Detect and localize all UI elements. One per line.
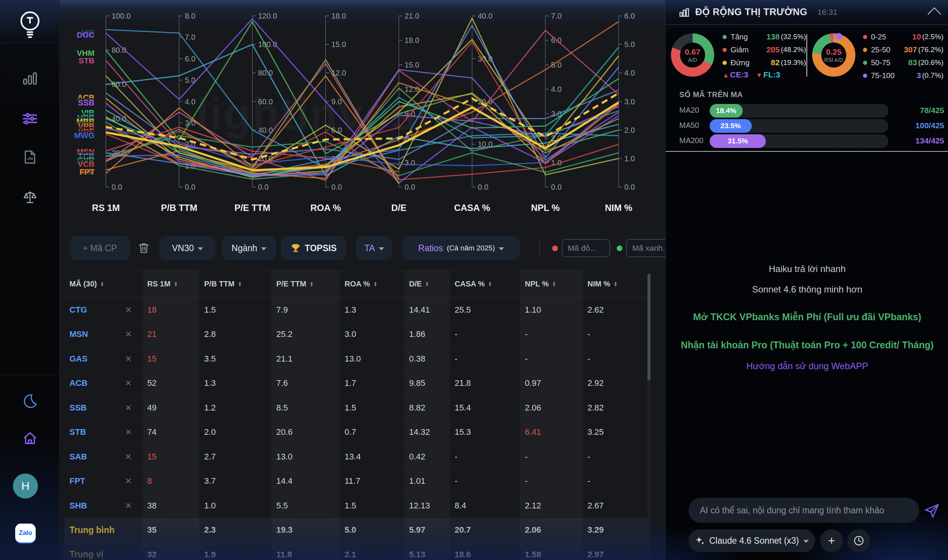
- sort-arrows-icon[interactable]: ▲▼: [552, 282, 556, 286]
- sort-arrows-icon[interactable]: ▲▼: [310, 282, 313, 286]
- send-button[interactable]: [922, 501, 941, 520]
- value-cell: 2.82: [583, 396, 647, 420]
- ratios-dropdown[interactable]: Ratios (Cả năm 2025): [402, 236, 520, 260]
- svg-text:2.0: 2.0: [624, 126, 635, 134]
- summary-row: Trung bình352.319.35.05.9720.72.063.29: [65, 518, 647, 543]
- svg-text:P/B TTM: P/B TTM: [161, 203, 197, 213]
- value-cell: 1.5: [340, 396, 404, 420]
- table-row[interactable]: GAS✕153.521.113.00.38---: [65, 347, 647, 371]
- table-row[interactable]: SAB✕152.713.013.40.42---: [65, 445, 647, 469]
- model-selector[interactable]: Claude 4.6 Sonnet (x3): [688, 529, 815, 552]
- value-cell: 6.41: [520, 420, 583, 445]
- chat-suggestion[interactable]: Hướng dẫn sử dụng WebAPP: [746, 359, 868, 373]
- value-cell: 49: [142, 396, 199, 420]
- column-header[interactable]: ROA %▲▼: [340, 271, 404, 297]
- remove-ticker-icon[interactable]: ✕: [125, 501, 132, 510]
- ticker-cell[interactable]: SSB: [69, 403, 87, 413]
- table-row[interactable]: SHB✕381.05.51.512.138.42.122.67: [65, 494, 647, 518]
- chat-input[interactable]: [688, 498, 919, 523]
- collapse-chevron-up-icon[interactable]: [929, 9, 939, 19]
- chat-suggestion[interactable]: Sonnet 4.6 thông minh hơn: [752, 282, 863, 296]
- chat-suggestion[interactable]: Mở TKCK VPbanks Miễn Phí (Full ưu đãi VP…: [693, 310, 921, 324]
- red-ticker-input[interactable]: [562, 239, 610, 257]
- home-icon[interactable]: [0, 430, 60, 447]
- table-row[interactable]: CTG✕181.57.91.314.4125.51.102.62: [65, 298, 647, 322]
- sort-arrows-icon[interactable]: ▲▼: [100, 282, 104, 286]
- table-row[interactable]: ACB✕521.37.61.79.8521.80.972.92: [65, 371, 647, 396]
- value-cell: 2.7: [199, 445, 271, 469]
- legend-row: 25-50307(76.2%): [863, 45, 943, 54]
- value-cell: 1.0: [199, 494, 271, 518]
- sort-arrows-icon[interactable]: ▲▼: [373, 282, 377, 286]
- panel-header: ĐỘ RỘNG THỊ TRƯỜNG 16:31: [666, 0, 948, 25]
- value-cell: 2.62: [583, 298, 647, 322]
- zalo-badge[interactable]: Zalo: [15, 524, 36, 543]
- value-cell: 8.4: [450, 494, 520, 518]
- summary-cell: 5.97: [404, 518, 450, 543]
- column-header[interactable]: MÃ (30)▲▼: [65, 271, 142, 297]
- user-avatar[interactable]: H: [13, 473, 38, 499]
- column-header[interactable]: CASA %▲▼: [450, 271, 520, 297]
- table-row[interactable]: FPT✕83.714.411.71.01---: [65, 469, 647, 494]
- remove-ticker-icon[interactable]: ✕: [125, 354, 132, 363]
- app-logo-lightbulb-icon[interactable]: [0, 9, 60, 40]
- table-scrollbar-thumb[interactable]: [647, 274, 650, 380]
- sort-arrows-icon[interactable]: ▲▼: [425, 282, 429, 286]
- filter-divider: [539, 239, 540, 257]
- ta-dropdown[interactable]: TA: [356, 236, 392, 260]
- dark-mode-moon-icon[interactable]: [0, 393, 60, 409]
- trash-icon[interactable]: [137, 241, 150, 256]
- remove-ticker-icon[interactable]: ✕: [125, 477, 132, 486]
- column-header[interactable]: NIM %▲▼: [583, 271, 647, 297]
- value-cell: 0.7: [340, 420, 404, 445]
- group-dropdown[interactable]: VN30: [159, 236, 216, 260]
- table-row[interactable]: STB✕742.020.60.714.3215.36.413.25: [65, 420, 647, 445]
- industry-dropdown[interactable]: Ngành: [222, 236, 276, 260]
- value-cell: 1.86: [404, 322, 450, 347]
- ticker-cell[interactable]: FPT: [69, 476, 85, 486]
- main-content: lightinvest.vn 0.020.040.060.080.0100.0R…: [60, 0, 665, 560]
- column-header[interactable]: NPL %▲▼: [520, 271, 583, 297]
- chat-suggestion[interactable]: Nhận tài khoản Pro (Thuật toán Pro + 100…: [681, 338, 934, 352]
- table-row[interactable]: SSB✕491.28.51.58.8215.42.062.82: [65, 396, 647, 420]
- table-row[interactable]: MSN✕212.825.23.01.86---: [65, 322, 647, 347]
- value-cell: 2.92: [583, 371, 647, 396]
- summary-cell: 11.8: [271, 543, 340, 560]
- remove-ticker-icon[interactable]: ✕: [125, 379, 132, 388]
- ticker-cell[interactable]: STB: [69, 427, 86, 437]
- value-cell: 1.3: [340, 298, 404, 322]
- sidebar-item-report[interactable]: [0, 149, 60, 165]
- sort-arrows-icon[interactable]: ▲▼: [488, 282, 492, 286]
- history-button[interactable]: [847, 529, 870, 552]
- remove-ticker-icon[interactable]: ✕: [125, 452, 132, 461]
- column-header[interactable]: P/B TTM▲▼: [199, 271, 271, 297]
- ma-count: 100/425: [887, 121, 944, 130]
- ticker-cell[interactable]: CTG: [69, 305, 87, 315]
- ticker-cell[interactable]: GAS: [69, 354, 88, 364]
- remove-ticker-icon[interactable]: ✕: [125, 403, 132, 412]
- sidebar-item-filters-active[interactable]: [0, 110, 60, 127]
- sort-arrows-icon[interactable]: ▲▼: [174, 282, 178, 286]
- remove-ticker-icon[interactable]: ✕: [125, 330, 132, 339]
- remove-ticker-icon[interactable]: ✕: [125, 428, 132, 437]
- ticker-cell[interactable]: SHB: [69, 501, 87, 511]
- ticker-cell[interactable]: SAB: [69, 452, 87, 462]
- green-ticker-input[interactable]: [626, 239, 665, 257]
- sidebar-item-charts[interactable]: [0, 70, 60, 87]
- new-chat-button[interactable]: +: [820, 529, 843, 552]
- topsis-button[interactable]: TOPSIS: [281, 236, 346, 260]
- ma-label: MA50: [679, 121, 699, 130]
- column-header[interactable]: RS 1M▲▼: [142, 271, 199, 297]
- ticker-cell[interactable]: MSN: [69, 329, 88, 339]
- add-ticker-button[interactable]: + Mã CP: [69, 236, 130, 260]
- sidebar-item-compare-scales[interactable]: [0, 189, 60, 206]
- sort-arrows-icon[interactable]: ▲▼: [614, 282, 617, 286]
- remove-ticker-icon[interactable]: ✕: [125, 305, 132, 315]
- ticker-cell[interactable]: ACB: [69, 378, 88, 388]
- sort-arrows-icon[interactable]: ▲▼: [238, 282, 242, 286]
- column-header[interactable]: D/E▲▼: [404, 271, 450, 297]
- column-header[interactable]: P/E TTM▲▼: [271, 271, 340, 297]
- value-cell: 1.01: [404, 469, 450, 494]
- chat-suggestion[interactable]: Haiku trả lời nhanh: [769, 262, 846, 276]
- value-cell: 21.1: [271, 347, 340, 371]
